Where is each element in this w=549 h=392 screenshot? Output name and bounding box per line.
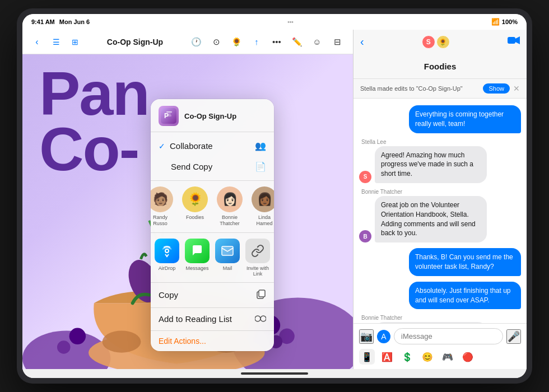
messages-subtitle: Foodies <box>353 54 527 79</box>
mail-icon <box>215 239 240 263</box>
messages-list[interactable]: Everything is coming together really wel… <box>353 99 527 323</box>
edit-actions[interactable]: Edit Actions... <box>151 331 274 351</box>
person-name-linda: LindaHamed <box>256 214 272 227</box>
pages-panel: ‹ ☰ ⊞ Co-Op Sign-Up 🕐 ⊙ 🌻 ↑ ••• ✏️ ☺ ⊟ <box>22 30 353 369</box>
sender-bonnie-2: Bonnie Thatcher <box>359 315 521 322</box>
checkmark-icon: ✓ <box>159 142 165 151</box>
mic-button[interactable]: 🎤 <box>506 329 521 344</box>
share-button[interactable]: ↑ <box>248 33 266 51</box>
message-1: Everything is coming together really wel… <box>359 105 521 133</box>
video-call-button[interactable] <box>508 36 520 48</box>
messages-service[interactable]: Messages <box>185 239 210 277</box>
edit-notification: Stella made edits to "Co-Op Sign-Up" Sho… <box>353 79 527 99</box>
sidebar-button[interactable]: ☰ <box>48 34 64 50</box>
svg-rect-16 <box>166 111 172 113</box>
link-icon <box>245 239 270 263</box>
message-input[interactable] <box>394 328 503 344</box>
pencil-button[interactable]: ✏️ <box>288 33 306 51</box>
home-indicator <box>22 369 527 378</box>
app-icon-apple-cash[interactable]: 💲 <box>399 349 415 365</box>
grid-button[interactable]: ⊞ <box>67 34 83 50</box>
bubble-3: Great job on the Volunteer Orientation H… <box>375 196 487 242</box>
input-row: 📷 A 🎤 <box>359 328 521 344</box>
doc-title: Co-Op Sign-Up <box>87 38 183 46</box>
pages-toolbar: ‹ ☰ ⊞ Co-Op Sign-Up 🕐 ⊙ 🌻 ↑ ••• ✏️ ☺ ⊟ <box>22 30 353 54</box>
messages-panel: ‹ S 🌻 Foodies <box>353 30 527 369</box>
messages-group-avatars: S 🌻 <box>369 35 503 49</box>
app-icon-6[interactable]: 🔴 <box>460 349 476 365</box>
svg-point-5 <box>103 330 141 352</box>
collaborate-option-left: ✓ Collaborate <box>159 141 213 151</box>
copy-action[interactable]: Copy <box>151 283 274 308</box>
airdrop-service[interactable]: AirDrop <box>155 239 179 277</box>
mail-label: Mail <box>223 265 232 271</box>
person-foodies[interactable]: 🌻 Foodies <box>182 186 208 227</box>
svg-point-25 <box>260 316 266 321</box>
toolbar-nav: ‹ ☰ ⊞ <box>29 34 83 50</box>
camera-button[interactable]: 📷 <box>359 329 374 344</box>
format-button[interactable]: ⊟ <box>328 33 346 51</box>
collaborate-option[interactable]: ✓ Collaborate 👥 <box>151 136 274 156</box>
app-icon-5[interactable]: 🎮 <box>440 349 455 365</box>
pages-canvas: Pan Co- <box>22 54 353 369</box>
clock-button[interactable]: 🕐 <box>187 33 205 51</box>
mini-avatar-1: S <box>422 35 435 49</box>
person-bonnie[interactable]: 👩🏻 BonnieThatcher <box>217 186 243 227</box>
battery: 100% <box>502 18 518 25</box>
person-linda[interactable]: 👩🏾 LindaHamed <box>252 186 274 227</box>
person-name-bonnie: BonnieThatcher <box>220 214 240 227</box>
popup-doc-title: Co-Op Sign-Up <box>184 112 236 120</box>
emoji-button[interactable]: ☺ <box>308 33 326 51</box>
apps-row: 📱 🅰️ 💲 😊 🎮 🔴 <box>359 349 521 365</box>
time: 9:41 AM <box>31 18 55 25</box>
copy-label: Copy <box>159 290 178 300</box>
home-bar <box>241 372 308 375</box>
person-avatar-linda: 👩🏾 <box>252 186 274 212</box>
wifi-icon: 📶 <box>491 18 500 26</box>
app-icon-memoji[interactable]: 😊 <box>420 349 435 365</box>
message-5: Absolutely. Just finishing that up and w… <box>359 282 521 310</box>
messages-top-bar: ‹ S 🌻 <box>353 30 527 54</box>
reading-list-label: Add to Reading List <box>159 314 232 324</box>
person-avatar-foodies: 🌻 <box>182 186 208 212</box>
person-avatar-randy: 🧑🏽 <box>151 186 173 212</box>
reading-list-action[interactable]: Add to Reading List <box>151 308 274 331</box>
svg-rect-18 <box>166 115 171 116</box>
main-area: ‹ ☰ ⊞ Co-Op Sign-Up 🕐 ⊙ 🌻 ↑ ••• ✏️ ☺ ⊟ <box>22 30 527 369</box>
send-copy-label: Send Copy <box>171 162 212 171</box>
msg-group-bonnie-2: Bonnie Thatcher B Can you also share the… <box>359 315 521 323</box>
edit-notif-text: Stella made edits to "Co-Op Sign-Up" <box>360 85 463 92</box>
people-row: 🧑🏽 RandyRusso 🌻 Foodies 👩🏻 BonnieThatche… <box>151 181 274 233</box>
notif-actions: Show ✕ <box>483 83 520 94</box>
sunflower-button[interactable]: 🌻 <box>227 33 245 51</box>
send-copy-option[interactable]: Send Copy 📄 <box>151 156 274 177</box>
show-button[interactable]: Show <box>483 83 510 94</box>
messages-input-area: 📷 A 🎤 📱 🅰️ 💲 😊 🎮 🔴 <box>353 323 527 369</box>
person-randy[interactable]: 🧑🏽 RandyRusso <box>151 186 173 227</box>
svg-rect-17 <box>166 114 171 115</box>
app-icon-1[interactable]: 📱 <box>359 349 375 365</box>
invite-link-label: Invite withLink <box>246 265 269 277</box>
close-notification-button[interactable]: ✕ <box>513 84 520 93</box>
airdrop-icon <box>155 239 179 263</box>
apps-button[interactable]: A <box>377 330 390 343</box>
doc-icon: P <box>159 106 179 126</box>
invite-link-service[interactable]: Invite withLink <box>245 239 270 277</box>
sender-bonnie-1: Bonnie Thatcher <box>359 189 521 196</box>
messages-back-button[interactable]: ‹ <box>360 35 364 48</box>
mail-service[interactable]: Mail <box>215 239 240 277</box>
status-left: 9:41 AM Mon Jun 6 <box>31 18 90 25</box>
app-icon-2[interactable]: 🅰️ <box>379 349 395 365</box>
person-avatar-bonnie: 👩🏻 <box>217 186 243 212</box>
person-name-foodies: Foodies <box>186 214 204 221</box>
date: Mon Jun 6 <box>59 18 90 25</box>
reading-list-icon <box>255 314 266 324</box>
messages-icon <box>185 239 210 263</box>
doc-icon-inner: P <box>159 106 179 126</box>
avatar-bonnie-1: B <box>359 230 371 242</box>
collaborate-label: Collaborate <box>170 141 213 151</box>
copy-button[interactable]: ⊙ <box>207 33 225 51</box>
more-button[interactable]: ••• <box>268 33 286 51</box>
svg-rect-20 <box>222 246 233 255</box>
back-button[interactable]: ‹ <box>29 34 45 50</box>
